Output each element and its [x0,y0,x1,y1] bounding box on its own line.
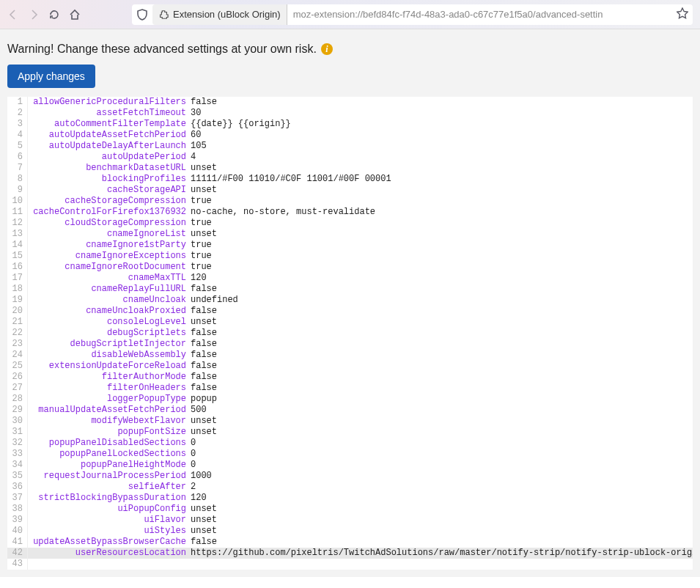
editor-line[interactable]: 4autoUpdateAssetFetchPeriod60 [7,130,693,141]
editor-line[interactable]: 33popupPanelLockedSections0 [7,449,693,460]
editor-line[interactable]: 22debugScriptletsfalse [7,328,693,339]
info-icon[interactable]: i [321,43,333,55]
editor-line[interactable]: 15cnameIgnoreExceptionstrue [7,251,693,262]
editor-line[interactable]: 7benchmarkDatasetURLunset [7,163,693,174]
bookmark-star-icon[interactable] [672,7,693,21]
line-number: 2 [7,108,28,119]
address-bar[interactable]: Extension (uBlock Origin) moz-extension:… [132,4,693,25]
editor-line[interactable]: 25extensionUpdateForceReloadfalse [7,361,693,372]
line-code: loggerPopupTypepopup [28,394,217,405]
editor-line[interactable]: 18cnameReplayFullURLfalse [7,284,693,295]
editor-line[interactable]: 32popupPanelDisabledSections0 [7,438,693,449]
setting-value: 0 [191,438,196,449]
editor-line[interactable]: 21consoleLogLevelunset [7,317,693,328]
editor-line[interactable]: 26filterAuthorModefalse [7,372,693,383]
setting-key: userResourcesLocation [32,548,186,559]
line-code: filterAuthorModefalse [28,372,217,383]
setting-value: 0 [191,449,196,460]
setting-key: cloudStorageCompression [32,218,186,229]
setting-key: popupPanelHeightMode [32,460,186,471]
line-number: 42 [7,548,28,559]
editor-line[interactable]: 36selfieAfter2 [7,482,693,493]
line-code: uiPopupConfigunset [28,504,217,515]
setting-key: strictBlockingBypassDuration [32,493,186,504]
setting-key: debugScriptlets [32,328,186,339]
setting-key: debugScriptletInjector [32,339,186,350]
editor-line[interactable]: 28loggerPopupTypepopup [7,394,693,405]
editor-line[interactable]: 39uiFlavorunset [7,515,693,526]
back-button[interactable] [7,9,19,21]
shield-icon[interactable] [136,9,148,21]
editor-line[interactable]: 29manualUpdateAssetFetchPeriod500 [7,405,693,416]
line-number: 30 [7,416,28,427]
setting-value: popup [191,394,217,405]
editor-line[interactable]: 16cnameIgnoreRootDocumenttrue [7,262,693,273]
editor-line[interactable]: 9cacheStorageAPIunset [7,185,693,196]
setting-value: false [191,339,217,350]
line-number: 41 [7,537,28,548]
line-code: cnameUncloakProxiedfalse [28,306,217,317]
reload-button[interactable] [48,9,60,21]
line-number: 38 [7,504,28,515]
line-number: 27 [7,383,28,394]
editor-line[interactable]: 5autoUpdateDelayAfterLaunch105 [7,141,693,152]
line-number: 15 [7,251,28,262]
editor-line[interactable]: 31popupFontSizeunset [7,427,693,438]
line-code: cacheControlForFirefox1376932no-cache, n… [28,207,375,218]
editor-line[interactable]: 17cnameMaxTTL120 [7,273,693,284]
editor-line[interactable]: 8blockingProfiles11111/#F00 11010/#C0F 1… [7,174,693,185]
line-code: popupPanelLockedSections0 [28,449,196,460]
editor-line[interactable]: 11cacheControlForFirefox1376932no-cache,… [7,207,693,218]
setting-value: unset [191,185,217,196]
line-number: 31 [7,427,28,438]
editor-line[interactable]: 14cnameIgnore1stPartytrue [7,240,693,251]
setting-key: cnameUncloak [32,295,186,306]
editor-line[interactable]: 38uiPopupConfigunset [7,504,693,515]
editor-line[interactable]: 30modifyWebextFlavorunset [7,416,693,427]
url-identity[interactable]: Extension (uBlock Origin) [152,4,287,25]
editor-line[interactable]: 10cacheStorageCompressiontrue [7,196,693,207]
line-number: 35 [7,471,28,482]
line-code: modifyWebextFlavorunset [28,416,217,427]
editor-line[interactable]: 1allowGenericProceduralFiltersfalse [7,97,693,108]
extension-icon [158,10,169,20]
line-code: autoUpdateAssetFetchPeriod60 [28,130,201,141]
editor-line[interactable]: 19cnameUncloakundefined [7,295,693,306]
editor-line[interactable]: 24disableWebAssemblyfalse [7,350,693,361]
line-number: 8 [7,174,28,185]
line-code: cnameIgnoreRootDocumenttrue [28,262,212,273]
line-code: consoleLogLevelunset [28,317,217,328]
editor-line[interactable]: 13cnameIgnoreListunset [7,229,693,240]
editor-line[interactable]: 41updateAssetBypassBrowserCachefalse [7,537,693,548]
browser-toolbar: Extension (uBlock Origin) moz-extension:… [0,0,700,29]
editor-line[interactable]: 2assetFetchTimeout30 [7,108,693,119]
line-code: filterOnHeadersfalse [28,383,217,394]
setting-value: 60 [191,130,201,141]
home-button[interactable] [69,9,81,21]
forward-button[interactable] [28,9,40,21]
editor-line[interactable]: 12cloudStorageCompressiontrue [7,218,693,229]
line-code: assetFetchTimeout30 [28,108,201,119]
line-number: 3 [7,119,28,130]
setting-value: 1000 [191,471,212,482]
editor-line[interactable]: 3autoCommentFilterTemplate{{date}} {{ori… [7,119,693,130]
line-number: 4 [7,130,28,141]
apply-changes-button[interactable]: Apply changes [7,65,95,88]
editor-line[interactable]: 34popupPanelHeightMode0 [7,460,693,471]
editor-line[interactable]: 42userResourcesLocationhttps://github.co… [7,548,693,559]
editor-line[interactable]: 23debugScriptletInjectorfalse [7,339,693,350]
editor-line[interactable]: 43 [7,559,693,570]
setting-value: false [191,97,217,108]
editor-line[interactable]: 6autoUpdatePeriod4 [7,152,693,163]
line-code: cloudStorageCompressiontrue [28,218,212,229]
setting-key: loggerPopupType [32,394,186,405]
line-number: 6 [7,152,28,163]
settings-editor[interactable]: 1allowGenericProceduralFiltersfalse2asse… [7,97,693,570]
editor-line[interactable]: 40uiStylesunset [7,526,693,537]
editor-line[interactable]: 37strictBlockingBypassDuration120 [7,493,693,504]
editor-line[interactable]: 35requestJournalProcessPeriod1000 [7,471,693,482]
line-number: 32 [7,438,28,449]
editor-line[interactable]: 27filterOnHeadersfalse [7,383,693,394]
editor-line[interactable]: 20cnameUncloakProxiedfalse [7,306,693,317]
line-number: 39 [7,515,28,526]
